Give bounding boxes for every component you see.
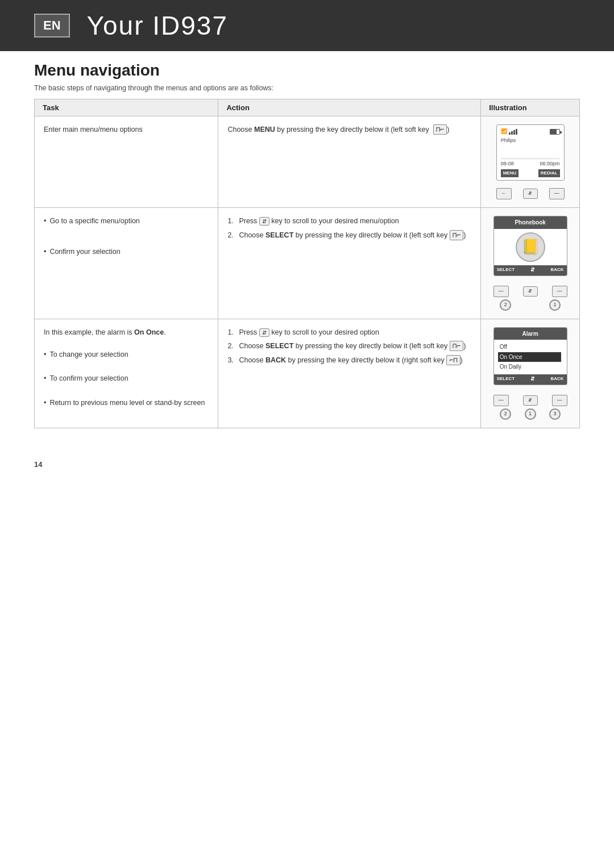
alarm-softkeys: SELECT ⇵ BACK (494, 374, 567, 385)
circle-key-1b: 1 (525, 408, 536, 420)
illustration-cell-3: Alarm Off On Once On Daily SELECT ⇵ BACK (481, 319, 580, 428)
circle-key-3b: 3 (549, 408, 561, 420)
alarm-item-ondaily: On Daily (500, 362, 561, 372)
phonebook-body: 📒 (494, 229, 567, 265)
action-step: 1. Press ⇵ key to scroll to your desired… (227, 327, 471, 338)
action-step: 1. Press ⇵ key to scroll to your desired… (227, 216, 471, 227)
phone-keys-row-2: — ⇵ — (493, 286, 567, 297)
phonebook-softkeys: SELECT ⇵ BACK (494, 265, 567, 276)
page-title: Your ID937 (87, 10, 228, 41)
table-row: • Go to a specific menu/option • Confirm… (35, 208, 580, 319)
key-right-2: — (552, 286, 567, 297)
circle-key-1: 1 (549, 299, 561, 311)
key-right-3: — (552, 395, 567, 406)
table-row: Enter main menu/menu options Choose MENU… (35, 116, 580, 208)
key-left-3: — (493, 395, 509, 406)
page-header: EN Your ID937 (0, 0, 614, 51)
phonebook-screen: Phonebook 📒 SELECT ⇵ BACK (493, 216, 567, 276)
page-number: 14 (0, 451, 614, 469)
bullet-item: • Go to a specific menu/option (44, 216, 209, 227)
circle-key-2b: 2 (500, 408, 511, 420)
bullet-item: • To change your selection (44, 349, 209, 360)
table-row: In this example, the alarm is On Once. •… (35, 319, 580, 428)
key-left-soft: ← (496, 188, 512, 199)
action-step: 3. Choose BACK by pressing the key direc… (227, 355, 471, 366)
circled-keys: 2 1 (493, 299, 567, 311)
language-badge: EN (34, 14, 70, 37)
bullet-item: • Confirm your selection (44, 247, 209, 257)
phonebook-header: Phonebook (494, 216, 567, 229)
main-content: Menu navigation The basic steps of navig… (0, 61, 614, 451)
task-cell-1: Enter main menu/menu options (35, 116, 218, 208)
alarm-body: Off On Once On Daily (494, 340, 567, 374)
key-nav-3: ⇵ (523, 395, 538, 406)
section-description: The basic steps of navigating through th… (34, 84, 580, 92)
section-title: Menu navigation (34, 61, 580, 80)
illustration-cell-2: Phonebook 📒 SELECT ⇵ BACK (481, 208, 580, 319)
illustration-cell-1: 📶 Philips (481, 116, 580, 208)
alarm-screen: Alarm Off On Once On Daily SELECT ⇵ BACK (493, 327, 567, 385)
action-step: 2. Choose SELECT by pressing the key dir… (227, 341, 471, 352)
phone-screen-main: 📶 Philips (496, 124, 565, 181)
bullet-item: • To confirm your selection (44, 373, 209, 384)
alarm-header: Alarm (494, 328, 567, 340)
action-cell-2: 1. Press ⇵ key to scroll to your desired… (218, 208, 481, 319)
phone-keys-row-1: ← ⇵ — (496, 188, 565, 199)
task-cell-2: • Go to a specific menu/option • Confirm… (35, 208, 218, 319)
col-header-action: Action (218, 99, 481, 116)
key-right-soft: — (549, 188, 565, 199)
task-cell-3: In this example, the alarm is On Once. •… (35, 319, 218, 428)
alarm-item-off: Off (500, 342, 561, 352)
key-nav-center: ⇵ (523, 189, 538, 199)
action-cell-3: 1. Press ⇵ key to scroll to your desired… (218, 319, 481, 428)
col-header-task: Task (35, 99, 218, 116)
key-left-2: — (493, 286, 509, 297)
circled-keys-alarm: 2 1 3 (493, 408, 567, 420)
action-step: 2. Choose SELECT by pressing the key dir… (227, 230, 471, 241)
circle-key-2: 2 (500, 299, 511, 311)
key-nav-2: ⇵ (523, 286, 538, 297)
navigation-table: Task Action Illustration Enter main menu… (34, 99, 580, 428)
bullet-item: • Return to previous menu level or stand… (44, 398, 209, 408)
task-intro: In this example, the alarm is On Once. (44, 327, 209, 338)
col-header-illustration: Illustration (481, 99, 580, 116)
screen-brand: Philips (501, 137, 560, 145)
alarm-item-ononce: On Once (498, 352, 561, 362)
action-cell-1: Choose MENU by pressing the key directly… (218, 116, 481, 208)
phone-keys-row-3: — ⇵ — (493, 395, 567, 406)
